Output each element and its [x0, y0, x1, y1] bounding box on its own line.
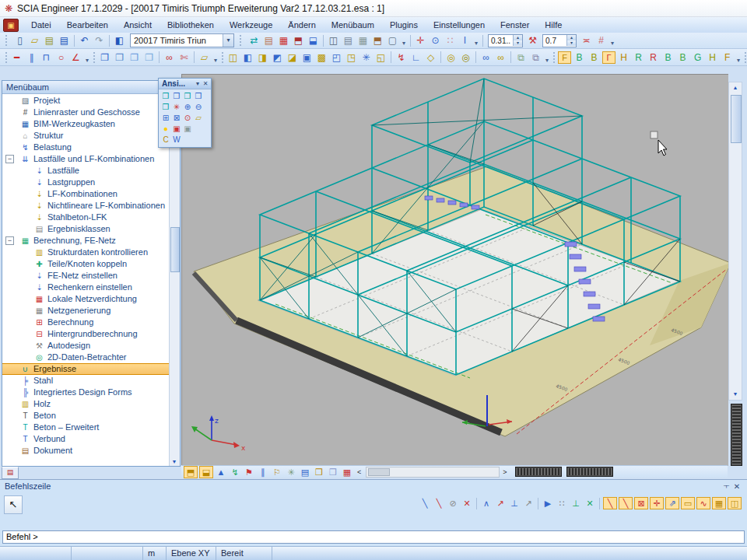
snap-vertex-icon[interactable]: ∧	[480, 497, 493, 509]
zoom-selection-doc-icon[interactable]: ⊙	[429, 34, 442, 47]
sidebar-item-beton[interactable]: TBeton	[2, 410, 170, 422]
spin-down-icon[interactable]: ▾	[514, 40, 522, 46]
menu-ändern[interactable]: Ändern	[280, 19, 323, 31]
sidebar-item-hintergrundberechnung[interactable]: ⊟Hintergrundberechnung	[2, 328, 170, 340]
view-xz-icon[interactable]: ❒	[182, 91, 193, 102]
sidebar-item-ergebnisse[interactable]: ∪Ergebnisse	[2, 363, 170, 375]
sidebar-item-projekt[interactable]: ▨Projekt	[2, 95, 170, 107]
snap-grid-dots-icon[interactable]: ∷	[556, 497, 568, 509]
zoom-in-icon[interactable]: ⊕	[182, 102, 193, 113]
sidebar-item-ergebnisklassen[interactable]: ▤Ergebnisklassen	[2, 223, 170, 235]
member-query-icon[interactable]: I	[458, 34, 472, 47]
redo-icon[interactable]: ↷	[93, 34, 106, 47]
render-volume-icon[interactable]: ⬒	[184, 466, 198, 478]
sidebar-item-integriertes-design-forms[interactable]: ╠Integriertes Design Forms	[2, 387, 170, 398]
pin-icon[interactable]: ⊦	[722, 481, 731, 492]
show-loads-icon[interactable]: ↯	[229, 466, 241, 478]
tree-collapse-icon[interactable]: −	[5, 155, 14, 163]
results-r2-icon[interactable]: R	[647, 51, 660, 64]
hscroll-thumb[interactable]	[368, 468, 390, 476]
sidebar-item-teile-knoten-koppeln[interactable]: ✚Teile/Knoten koppeln	[2, 258, 170, 270]
results-normal-force-icon[interactable]: F	[558, 51, 571, 64]
lasso-select-icon[interactable]: ◇	[424, 51, 437, 64]
mode-col-icon[interactable]: ◫	[728, 497, 742, 509]
draw-angle-icon[interactable]: ∠	[69, 51, 82, 64]
document-preview-icon[interactable]: ▢	[386, 34, 399, 47]
intersect-members-icon[interactable]: ✳	[359, 51, 373, 64]
extend-members-icon[interactable]: ◩	[271, 51, 284, 64]
camera-saved-icon[interactable]: ▣	[171, 124, 182, 135]
snap-ortho-icon[interactable]: ⊥	[570, 497, 582, 509]
wired-model-icon[interactable]: W	[171, 135, 182, 145]
node-top-left-icon[interactable]: ◰	[330, 51, 343, 64]
toolbar-grip[interactable]	[240, 35, 244, 46]
light-toggle-icon[interactable]: ●	[160, 124, 171, 135]
cursor-select-icon[interactable]: ▶	[542, 497, 554, 509]
menu-plugins[interactable]: Plugins	[382, 19, 426, 31]
toolbar-grip[interactable]	[93, 52, 95, 63]
move-element-icon[interactable]: ❐	[113, 51, 126, 64]
window-resize-bar[interactable]	[566, 467, 613, 477]
eyes-hidden-icon[interactable]: ◎	[459, 51, 472, 64]
zoom-all-icon[interactable]: ⊠	[171, 113, 182, 124]
toolbar-grip[interactable]	[5, 35, 10, 46]
toolbar-overflow-icon[interactable]: ▾	[214, 57, 217, 64]
toolbar-overflow-icon[interactable]: ▾	[86, 57, 89, 64]
snap-cross-icon[interactable]: ✕	[584, 497, 596, 509]
sidebar-item-lokale-netzverdichtung[interactable]: ▦Lokale Netzverdichtung	[2, 293, 170, 305]
sidebar-item-autodesign[interactable]: ⚒Autodesign	[2, 340, 170, 352]
viewport-hscrollbar[interactable]	[366, 467, 500, 478]
layer-manager-icon[interactable]: ⧉	[514, 51, 528, 64]
view-folder-icon[interactable]: ▱	[193, 113, 204, 124]
copy-attributes-icon[interactable]: ⇄	[247, 34, 261, 47]
view-rotate-icon[interactable]: ❒	[160, 102, 171, 113]
angle-symmetry-icon[interactable]: ≍	[580, 34, 593, 47]
project-selector[interactable]: 20017 Timiris Triun ▾	[130, 33, 234, 47]
sidebar-item-bim-werkzeugkasten[interactable]: ▦BIM-Werkzeugkasten	[2, 118, 170, 130]
results-b2-icon[interactable]: B	[676, 51, 689, 64]
print-preview-icon[interactable]: ▤	[342, 34, 355, 47]
close-icon[interactable]: ✕	[731, 482, 742, 491]
menubaum-tab[interactable]: ▤	[2, 467, 19, 479]
sidebar-scrollbar[interactable]: ▲ ▼	[169, 95, 180, 466]
layer-copy-icon[interactable]: ⧉	[529, 51, 542, 64]
local-axes-icon[interactable]: ▲	[215, 466, 227, 478]
trace-line-icon[interactable]: ↯	[395, 51, 408, 64]
hammer-tool-icon[interactable]: ⚒	[526, 34, 539, 47]
align-members-icon[interactable]: ◧	[241, 51, 254, 64]
sidebar-item-fe-netz-einstellen[interactable]: ⇣FE-Netz einstellen	[2, 270, 170, 282]
render-wire-icon[interactable]: ⬓	[199, 466, 213, 478]
mode-dir-icon[interactable]: ⇗	[665, 497, 679, 509]
snap-tangent-icon[interactable]: ↗	[494, 497, 507, 509]
binoculars-find-icon[interactable]: ∞	[479, 51, 493, 64]
snap-perpendicular-icon[interactable]: ⊥	[508, 497, 521, 509]
tree-collapse-icon[interactable]: −	[5, 236, 14, 245]
view-palette-titlebar[interactable]: Ansi... ▾ ✕	[159, 79, 211, 89]
view-axo-icon[interactable]: ❒	[160, 91, 171, 102]
trim-members-icon[interactable]: ◨	[256, 51, 269, 64]
sidebar-item-berechnung-fe-netz[interactable]: −▦Berechnung, FE-Netz	[2, 235, 170, 247]
spin-up-icon[interactable]: ▴	[514, 35, 522, 40]
dot-grid-icon[interactable]: ∷	[444, 34, 457, 47]
toolbar-overflow-icon[interactable]: ▾	[402, 40, 405, 47]
print-icon[interactable]: ◫	[327, 34, 340, 47]
view-xy-icon[interactable]: ❒	[171, 91, 182, 102]
snap-extension-icon[interactable]: ↗	[522, 497, 535, 509]
toolbar-grip[interactable]	[5, 52, 7, 63]
close-icon[interactable]: ✕	[202, 80, 209, 87]
spin-up-icon[interactable]: ▴	[567, 35, 576, 40]
calculator-icon[interactable]: ▦	[356, 34, 370, 47]
zoom-window-icon[interactable]: ⊞	[160, 113, 171, 124]
export-folder-icon[interactable]: ▱	[198, 51, 211, 64]
mode-rect-icon[interactable]: ▭	[681, 497, 695, 509]
vscroll-thumb[interactable]	[731, 95, 742, 143]
results-h2-icon[interactable]: H	[706, 51, 719, 64]
sidebar-item-beton-erweitert[interactable]: TBeton – Erweitert	[2, 422, 170, 433]
sidebar-item-stahl[interactable]: ╞Stahl	[2, 375, 170, 387]
menu-ansicht[interactable]: Ansicht	[116, 19, 160, 31]
mode-grid-icon[interactable]: ▦	[712, 497, 726, 509]
results-reactions-icon[interactable]: R	[632, 51, 645, 64]
chevron-down-icon[interactable]: ▾	[223, 34, 233, 47]
mirror-element-icon[interactable]: ❐	[142, 51, 156, 64]
toolbar-grip[interactable]	[745, 52, 746, 63]
